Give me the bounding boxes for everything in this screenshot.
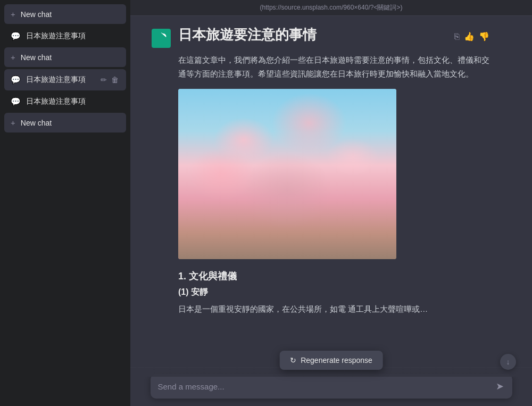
section1-sub: (1) 安靜 xyxy=(152,287,489,298)
copy-icon[interactable]: ⎘ xyxy=(454,32,460,42)
gpt-icon xyxy=(152,29,171,48)
sidebar-item-japan-3[interactable]: 💬 日本旅遊注意事項 xyxy=(4,92,126,112)
sidebar-item-label: New chat xyxy=(21,119,120,127)
sidebar-item-label: 日本旅遊注意事項 xyxy=(26,75,94,85)
sidebar-item-actions: ✏ 🗑 xyxy=(99,74,120,85)
sidebar-item-label: 日本旅遊注意事項 xyxy=(26,31,120,41)
sidebar: + New chat 💬 日本旅遊注意事項 + New chat 💬 日本旅遊注… xyxy=(0,0,130,406)
sidebar-item-new-chat-3[interactable]: + New chat xyxy=(4,113,126,132)
message-block: 日本旅遊要注意的事情 ⎘ 👍 👎 在這篇文章中，我們將為您介紹一些在日本旅遊時需… xyxy=(152,27,489,316)
thumbup-icon[interactable]: 👍 xyxy=(464,31,475,42)
plus-icon: + xyxy=(11,10,15,19)
sidebar-item-label: New chat xyxy=(21,53,120,62)
sidebar-item-label: New chat xyxy=(21,10,120,19)
send-icon: ➤ xyxy=(496,380,504,392)
url-bar: (https://source.unsplash.com/960×640/?<關… xyxy=(130,0,532,16)
chat-icon: 💬 xyxy=(11,97,21,106)
response-intro: 在這篇文章中，我們將為您介紹一些在日本旅遊時需要注意的事情，包括文化、禮儀和交通… xyxy=(152,53,489,80)
message-header: 日本旅遊要注意的事情 ⎘ 👍 👎 xyxy=(152,27,489,48)
action-icons: ⎘ 👍 👎 xyxy=(454,28,489,42)
edit-icon[interactable]: ✏ xyxy=(99,74,108,85)
chat-icon: 💬 xyxy=(11,75,21,85)
sidebar-item-label: 日本旅遊注意事項 xyxy=(26,97,120,106)
regenerate-icon: ↻ xyxy=(290,356,296,364)
regenerate-popup[interactable]: ↻ Regenerate response xyxy=(279,351,383,370)
chat-icon: 💬 xyxy=(11,31,21,41)
input-container: ➤ xyxy=(151,374,512,399)
plus-icon: + xyxy=(11,118,15,127)
message-title-row: 日本旅遊要注意的事情 ⎘ 👍 👎 xyxy=(178,27,489,43)
url-text: (https://source.unsplash.com/960×640/?<關… xyxy=(260,4,403,11)
down-arrow-icon: ↓ xyxy=(506,358,510,366)
send-button[interactable]: ➤ xyxy=(495,379,505,393)
regenerate-label: Regenerate response xyxy=(301,356,372,364)
section1-title: 1. 文化與禮儀 xyxy=(152,270,489,283)
main-content: (https://source.unsplash.com/960×640/?<關… xyxy=(130,0,532,406)
sidebar-item-new-chat-2[interactable]: + New chat xyxy=(4,47,126,67)
thumbdown-icon[interactable]: 👎 xyxy=(479,31,489,42)
openai-logo xyxy=(155,32,167,44)
delete-icon[interactable]: 🗑 xyxy=(110,74,120,85)
plus-icon: + xyxy=(11,53,15,62)
sidebar-item-new-chat-top[interactable]: + New chat xyxy=(4,4,126,24)
sidebar-item-japan-1[interactable]: 💬 日本旅遊注意事項 xyxy=(4,26,126,46)
sidebar-item-japan-active[interactable]: 💬 日本旅遊注意事項 ✏ 🗑 xyxy=(4,69,126,90)
chat-content-area[interactable]: 日本旅遊要注意的事情 ⎘ 👍 👎 在這篇文章中，我們將為您介紹一些在日本旅遊時需… xyxy=(130,16,532,367)
scroll-down-button[interactable]: ↓ xyxy=(500,354,516,370)
section1-body: 日本是一個重視安靜的國家，在公共場所，如電 通工具上大聲喧嘩或… xyxy=(152,302,489,316)
cherry-blossom-image xyxy=(178,89,396,259)
response-title: 日本旅遊要注意的事情 xyxy=(178,27,317,43)
message-input[interactable] xyxy=(158,382,489,391)
